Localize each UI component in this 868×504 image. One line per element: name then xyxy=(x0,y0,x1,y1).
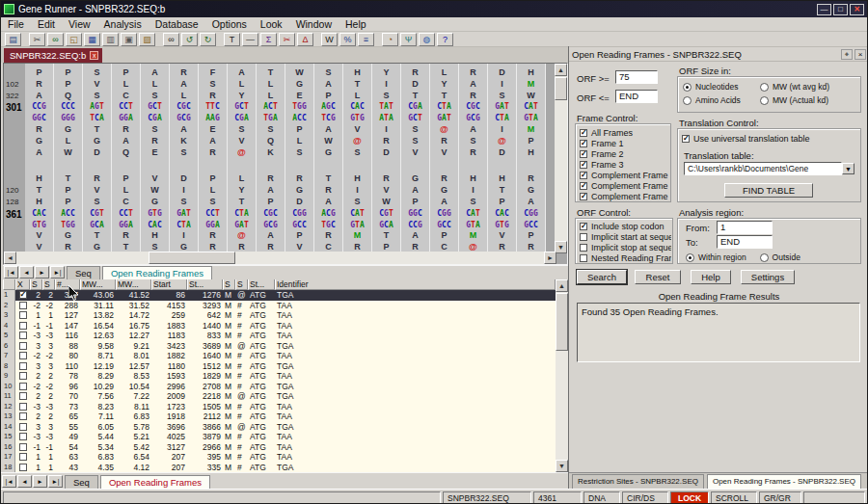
universal-table-checkbox[interactable] xyxy=(682,135,690,143)
orf-table-row[interactable]: 1122707.567.2220092218M@ATGTGA xyxy=(3,391,556,402)
w-tool-button[interactable]: W xyxy=(321,33,338,46)
undo-button[interactable]: ↺ xyxy=(181,33,198,46)
orf-table-row[interactable]: 83311012.1912.5711801512M#ATGTGA xyxy=(3,361,556,372)
radio-nucleotides[interactable]: Nucleotides xyxy=(683,81,760,93)
sum-button[interactable]: Σ xyxy=(260,33,277,46)
sequence-column[interactable]: RARCGCGCGASRHISCATGTAM@D xyxy=(459,64,488,253)
help-button[interactable]: Help xyxy=(691,270,731,284)
orf-column-header[interactable]: S xyxy=(30,279,42,290)
find-table-button[interactable]: FIND TABLE xyxy=(724,183,813,198)
orf-table-row[interactable]: 12239743.0641.52861276M@ATGTGA xyxy=(3,290,556,301)
binoculars-button[interactable]: ∞ xyxy=(163,33,179,46)
sequence-column[interactable]: TLLACTTGASQKRAPCGCGCGARG xyxy=(257,64,285,253)
orf-column-header[interactable]: Start xyxy=(151,279,187,290)
orf-row-checkbox[interactable] xyxy=(19,302,27,309)
orf-column-header[interactable]: X xyxy=(15,279,30,290)
eyeglasses-button[interactable]: ∞ xyxy=(47,33,64,46)
dock-tab-restriction-sites-snpbr322-seq[interactable]: Restriction Sites - SNPBR322.SEQ xyxy=(572,474,704,489)
checkbox-frame-2[interactable]: Frame 2 xyxy=(580,148,669,159)
checkbox-complement-frame-3[interactable]: Complement Frame 3 xyxy=(580,191,669,201)
cut-button[interactable]: ✂ xyxy=(29,33,45,46)
maximize-button[interactable]: □ xyxy=(833,4,848,15)
close-button[interactable]: ✕ xyxy=(850,4,864,15)
sequence-column[interactable]: RDTCGAGCTSSVGAPGGCCCGARG xyxy=(401,64,430,253)
tab-nav-next-icon[interactable]: ► xyxy=(35,266,49,279)
orf-column-header[interactable]: St... xyxy=(248,279,275,290)
orf-row-checkbox[interactable] xyxy=(19,372,27,380)
document-tab[interactable]: SNPBR322.SEQ:b x xyxy=(4,48,102,63)
search-button[interactable]: Search xyxy=(577,270,627,284)
sequence-column[interactable]: PPQCCCGGGGLWTPPACCTGGGRG xyxy=(54,64,83,253)
orf-column-header[interactable]: MW... xyxy=(80,279,116,290)
sequence-column[interactable]: PRACCGGGCRGAHTHCACGTGVVC xyxy=(25,64,54,253)
sequence-column[interactable]: SAPAGCTCGAWGTRAACGTGCRCA xyxy=(314,64,343,253)
sequence-hscroll-thumb[interactable] xyxy=(149,252,235,264)
orf-table-row[interactable]: 7-2-2808.718.0118821640M#ATGTAA xyxy=(3,351,556,361)
text-tool-button[interactable]: T xyxy=(224,33,240,46)
sequence-vscroll-thumb[interactable] xyxy=(555,77,567,100)
orf-row-checkbox[interactable] xyxy=(19,423,27,431)
sequence-column[interactable]: SVSAGTTCATGDRVSCGTGCATGD xyxy=(83,64,112,253)
orf-table-row[interactable]: 1322657.116.8319182112M#ATGTAA xyxy=(3,411,556,422)
redo-button[interactable]: ↻ xyxy=(200,33,216,46)
line-tool-button[interactable]: — xyxy=(242,33,258,46)
pin-icon[interactable]: ⌖ xyxy=(841,49,853,60)
menu-item-file[interactable]: File xyxy=(1,17,31,32)
combo-dropdown-icon[interactable]: ▼ xyxy=(842,163,854,174)
radio-mw-wt-avg-kd-[interactable]: MW (wt avg kd) xyxy=(760,81,858,93)
tab-nav-last-icon[interactable]: ►| xyxy=(48,475,63,488)
print-button[interactable]: ▥ xyxy=(102,33,119,46)
orf-table-row[interactable]: 5-3-311612.6312.271183833M#ATGTAA xyxy=(3,331,556,341)
orf-row-checkbox[interactable] xyxy=(19,412,27,420)
document-close-icon[interactable]: x xyxy=(90,51,98,60)
tab-nav-prev-icon[interactable]: ◄ xyxy=(17,475,32,488)
tab-nav-next-icon[interactable]: ► xyxy=(33,475,47,488)
tab-open-reading-frames[interactable]: Open Reading Frames xyxy=(102,266,212,279)
orf-column-header[interactable]: Identifier xyxy=(275,279,556,290)
sequence-column[interactable]: HTLCACGTGV@SHISCATGTAMRD xyxy=(343,64,372,253)
percent-button[interactable]: % xyxy=(339,33,356,46)
sequence-column[interactable]: HMWCATGTAMPHRGACGGGCCPRA xyxy=(517,64,546,253)
list-button[interactable]: ≡ xyxy=(358,33,374,46)
settings-button[interactable]: Settings xyxy=(741,270,795,284)
orf-row-checkbox[interactable] xyxy=(19,443,27,451)
checkbox-all-frames[interactable]: All Frames xyxy=(580,127,669,138)
scroll-up-icon[interactable]: ▲ xyxy=(555,64,567,76)
sequence-column[interactable]: DISGATCTAI@DHTPCACGTGVRG xyxy=(488,64,517,253)
orf-table-row[interactable]: 922788.298.5315931829M#ATGTAA xyxy=(3,371,556,382)
save-button[interactable]: ▦ xyxy=(84,33,100,46)
checkbox-complement-frame-2[interactable]: Complement Frame 2 xyxy=(580,180,669,191)
orf-row-checkbox[interactable] xyxy=(19,392,27,400)
orf-row-checkbox[interactable] xyxy=(19,464,27,471)
orf-table-row[interactable]: 16-1-1545.345.4231272966M#ATGTAA xyxy=(3,442,556,453)
table-scroll-up-icon[interactable]: ▲ xyxy=(556,279,568,292)
table-vscrollbar[interactable]: ▲ ▼ xyxy=(556,279,568,472)
checkbox-complement-frame-1[interactable]: Complement Frame 1 xyxy=(580,170,669,180)
checkbox-frame-1[interactable]: Frame 1 xyxy=(580,138,669,148)
checkbox-implicit-stop-at-sequence-end[interactable]: Implicit stop at sequence end xyxy=(580,242,671,252)
orf-column-header[interactable]: MW... xyxy=(116,279,151,290)
reset-button[interactable]: Reset xyxy=(635,270,681,284)
dock-tab-open-reading-frames-snpbr322-seq[interactable]: Open Reading Frames - SNPBR322.SEQ xyxy=(707,474,861,489)
orf-column-header[interactable]: St... xyxy=(187,279,223,290)
menu-item-help[interactable]: Help xyxy=(339,17,373,32)
tab-open-reading-frames[interactable]: Open Reading Frames xyxy=(100,475,210,489)
checkbox-include-stop-codon[interactable]: Include stop codon xyxy=(580,221,671,231)
checkbox-frame-3[interactable]: Frame 3 xyxy=(580,159,669,170)
universal-table-checkbox-row[interactable]: Use universal translation table xyxy=(682,133,858,144)
orf-row-checkbox[interactable] xyxy=(19,453,27,461)
orf-table-row[interactable]: 1433556.055.7836963866M@ATGTGA xyxy=(3,422,556,433)
radio-amino-acids[interactable]: Amino Acids xyxy=(683,94,760,106)
radio-outside[interactable]: Outside xyxy=(760,252,800,263)
menu-item-view[interactable]: View xyxy=(62,17,97,32)
radio-mw-actual-kd-[interactable]: MW (Actual kd) xyxy=(760,94,858,106)
orf-table-row[interactable]: 2-2-228831.1131.5241533293M#ATGTAA xyxy=(3,301,556,311)
flask-button[interactable]: Ψ xyxy=(400,33,417,46)
radio-within-region[interactable]: Within region xyxy=(686,252,746,263)
orf-table-row[interactable]: 1711636.836.54207395M#ATGTAA xyxy=(3,452,556,463)
tab-nav-prev-icon[interactable]: ◄ xyxy=(19,266,34,279)
orf-row-checkbox[interactable] xyxy=(19,403,27,411)
tab-nav-first-icon[interactable]: |◄ xyxy=(4,266,18,279)
scroll-right-icon[interactable]: ► xyxy=(544,252,556,264)
scroll-left-icon[interactable]: ◄ xyxy=(4,252,16,264)
